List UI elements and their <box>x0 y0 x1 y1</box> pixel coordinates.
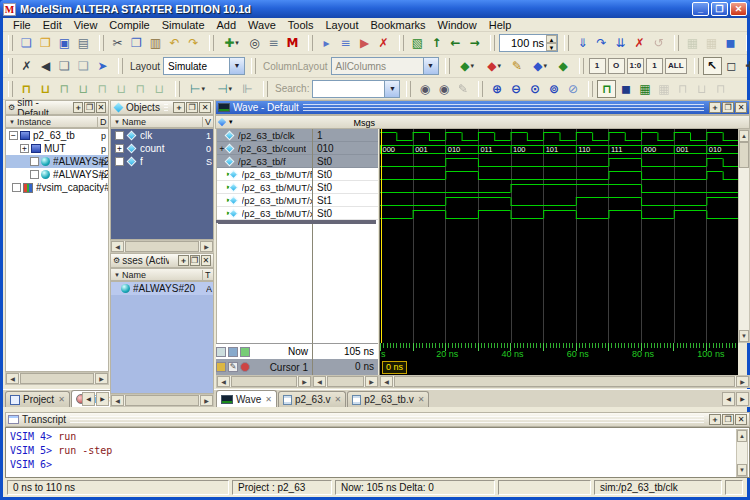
wave-column-header[interactable]: ▾ Msgs <box>215 115 750 129</box>
break-run-icon[interactable]: ✗ <box>630 34 649 52</box>
zoom-mode-icon[interactable]: ⊘ <box>563 80 582 98</box>
next-falling-edge-icon[interactable]: ⊔ <box>692 80 711 98</box>
transcript-dock-icon[interactable]: ❐ <box>722 414 734 425</box>
tree-expander[interactable]: − <box>9 131 18 140</box>
advanced-find-icon[interactable]: ✎ <box>453 80 472 98</box>
break-icon[interactable]: ✗ <box>374 34 393 52</box>
restore-state-icon[interactable]: ▦ <box>683 34 702 52</box>
run-icon[interactable]: ⇓ <box>573 34 592 52</box>
zoom-mode-icon[interactable]: ◻ <box>722 57 741 75</box>
prev-falling-edge-icon[interactable]: ⊓ <box>673 80 692 98</box>
tree-expander[interactable] <box>12 183 21 192</box>
signal-filter-icon[interactable]: ▾ <box>219 118 233 126</box>
tab-close-icon[interactable]: ✕ <box>265 395 272 404</box>
redo-icon[interactable]: ↷ <box>184 34 203 52</box>
wave-signal-row[interactable]: /p2_63_tb/clk <box>217 129 312 142</box>
copy-icon[interactable]: ❐ <box>127 34 146 52</box>
processes-close-icon[interactable]: ✕ <box>201 255 211 266</box>
add-selected-icon[interactable]: ✚ <box>218 34 245 52</box>
view-source-icon[interactable]: ❏ <box>55 57 74 75</box>
find-previous-icon[interactable]: ◉ <box>434 80 453 98</box>
edge-delete-icon[interactable]: ⊣ <box>211 80 238 98</box>
objects-hscrollbar[interactable]: ◀▶ <box>110 240 214 253</box>
radix-symbolic-button[interactable]: 1 <box>646 58 663 74</box>
document-tab[interactable]: p2_63_tb.v ✕ <box>347 391 429 407</box>
delete-cursor-icon[interactable] <box>240 362 250 372</box>
restart-icon[interactable]: ↺ <box>649 34 668 52</box>
select-pointer-icon[interactable]: ➤ <box>93 57 112 75</box>
env-back-icon[interactable]: ← <box>446 34 465 52</box>
tree-row[interactable]: − p2_63_tb p <box>6 129 108 142</box>
wave-signal-row[interactable]: ▸ /p2_63_tb/MUT/x2 <box>217 194 312 207</box>
objects-undock-icon[interactable]: ＋ <box>173 102 185 113</box>
sim-close-icon[interactable]: ✕ <box>96 102 106 113</box>
add-cursor-icon[interactable] <box>240 347 250 357</box>
edge-move-icon[interactable]: ⊩ <box>238 80 257 98</box>
zoom-in-icon[interactable]: ⊕ <box>487 80 506 98</box>
tab-close-icon[interactable]: ✕ <box>418 395 425 404</box>
radix-binary-button[interactable]: 1 <box>589 58 606 74</box>
cursor-row-names[interactable]: ✎ Cursor 1 <box>216 359 312 375</box>
menu-item[interactable]: Bookmarks <box>365 19 432 31</box>
pause-icon[interactable]: ◼ <box>721 34 740 52</box>
processes-list[interactable]: #ALWAYS#20 A <box>110 281 214 394</box>
find-next-icon[interactable]: ◉ <box>415 80 434 98</box>
menu-item[interactable]: Edit <box>37 19 68 31</box>
show-waveform-icon[interactable]: ⊓ <box>597 80 616 98</box>
next-rising-edge-icon[interactable]: ⊓ <box>711 80 730 98</box>
sim-column-header[interactable]: ▼Instance D <box>5 115 109 128</box>
objects-list[interactable]: clk 1 + count 0 f S <box>110 128 214 240</box>
menu-item[interactable]: Simulate <box>156 19 211 31</box>
wave-close-icon[interactable]: ✕ <box>735 102 747 113</box>
add-to-dataflow-icon[interactable]: ◆ <box>527 57 554 75</box>
wave-vscrollbar[interactable]: ▲ ▼ <box>738 129 750 343</box>
menu-item[interactable]: Help <box>483 19 518 31</box>
processes-column-header[interactable]: ▼Name T <box>110 268 214 281</box>
radix-decimal-button[interactable]: 1:0 <box>627 58 645 74</box>
process-row[interactable]: #ALWAYS#20 A <box>111 282 213 295</box>
run-all-icon[interactable]: ⇊ <box>611 34 630 52</box>
tabs-scroll-left-icon[interactable]: ◀ <box>82 392 95 406</box>
save-state-icon[interactable]: ▦ <box>702 34 721 52</box>
wave-signal-row[interactable]: + /p2_63_tb/count <box>217 142 312 155</box>
menu-item[interactable]: Add <box>211 19 243 31</box>
processes-dock-icon[interactable]: ❐ <box>190 255 200 266</box>
wave-panel-header[interactable]: Wave - Default ＋❐✕ <box>215 100 750 115</box>
simulate-icon[interactable]: ▶ <box>355 34 374 52</box>
compile-all-icon[interactable]: ≡ <box>336 34 355 52</box>
wave-undock-icon[interactable]: ＋ <box>709 102 721 113</box>
title-bar[interactable]: M ModelSim ALTERA STARTER EDITION 10.1d … <box>0 0 750 18</box>
search-combobox[interactable]: ▼ <box>312 80 400 98</box>
wave-edit-delete-edge-icon[interactable]: ⊔ <box>36 80 55 98</box>
zoom-full-icon[interactable]: ⊙ <box>525 80 544 98</box>
doc-tabs-scroll-right-icon[interactable]: ▶ <box>736 392 749 406</box>
lock-cursor-icon[interactable] <box>216 362 226 372</box>
menu-item[interactable]: View <box>68 19 104 31</box>
transcript-undock-icon[interactable]: ＋ <box>709 414 721 425</box>
tree-expander[interactable] <box>30 157 39 166</box>
transcript-console[interactable]: VSIM 4> runVSIM 5> run -stepVSIM 6> ▲ ▼ <box>5 427 750 478</box>
menu-item[interactable]: Layout <box>320 19 365 31</box>
paste-icon[interactable]: ▥ <box>146 34 165 52</box>
wave-edit-insert-pulse-icon[interactable]: ⊓ <box>17 80 36 98</box>
env-forward-icon[interactable]: → <box>465 34 484 52</box>
wave-signal-row[interactable]: ▸ /p2_63_tb/MUT/x1 <box>217 181 312 194</box>
view-declaration-icon[interactable]: ❏ <box>74 57 93 75</box>
run-length-input[interactable] <box>500 37 546 49</box>
remove-from-wave-icon[interactable]: ◆ <box>554 57 573 75</box>
goto-line-icon[interactable]: ≡ <box>264 34 283 52</box>
objects-dock-icon[interactable]: ❐ <box>186 102 198 113</box>
objects-column-header[interactable]: ▼Name V <box>110 115 214 128</box>
sim-panel-header[interactable]: ⚙ sim - Default ＋❐✕ <box>5 100 109 115</box>
show-values-icon[interactable]: ◼ <box>616 80 635 98</box>
tree-row[interactable]: #vsim_capacity# <box>6 181 108 194</box>
time-axis[interactable]: s 20 ns40 ns60 ns80 ns100 ns <box>379 343 738 359</box>
doc-tabs-scroll-left-icon[interactable]: ◀ <box>722 392 735 406</box>
left-tab[interactable]: Project ✕ <box>5 391 70 407</box>
environment-icon[interactable]: ▧ <box>408 34 427 52</box>
show-grid-icon[interactable]: ▦ <box>635 80 654 98</box>
menu-item[interactable]: Wave <box>242 19 282 31</box>
sim-instance-tree[interactable]: − p2_63_tb p + MUT p #ALWAYS#20 p #ALWAY… <box>5 128 109 372</box>
edit-cursor-name-icon[interactable]: ✎ <box>228 362 238 372</box>
zoom-out-icon[interactable]: ⊖ <box>506 80 525 98</box>
